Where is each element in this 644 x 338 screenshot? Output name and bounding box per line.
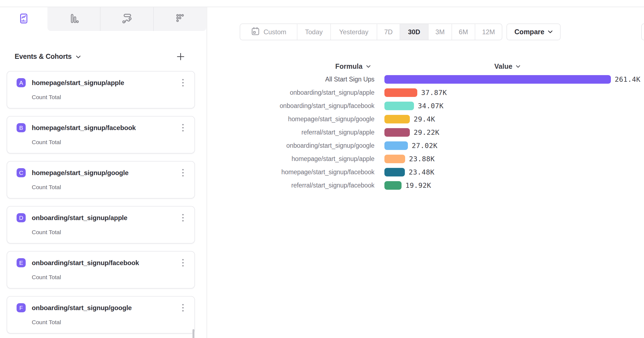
chart-bar-value: 19.92K xyxy=(405,181,431,190)
event-card[interactable]: D onboarding/start_signup/apple Count To… xyxy=(7,206,195,244)
chart-bar[interactable] xyxy=(384,102,414,110)
chart-bar-value: 261.4K xyxy=(615,75,640,84)
chart-row-label[interactable]: All Start Sign Ups xyxy=(210,75,374,84)
event-metric[interactable]: Count Total xyxy=(32,139,61,146)
events-cohorts-title: Events & Cohorts xyxy=(15,52,72,60)
event-name: homepage/start_signup/google xyxy=(32,169,128,177)
date-range-option[interactable]: 6M xyxy=(452,24,475,40)
chart-bar-value: 23.48K xyxy=(409,168,434,176)
chart-bar[interactable] xyxy=(384,128,410,137)
date-range-label: 6M xyxy=(459,28,468,36)
event-metric[interactable]: Count Total xyxy=(32,319,61,326)
event-name: homepage/start_signup/apple xyxy=(32,79,124,87)
calendar-icon xyxy=(251,27,260,38)
compare-button[interactable]: Compare xyxy=(506,23,561,40)
event-card[interactable]: F onboarding/start_signup/google Count T… xyxy=(7,296,195,334)
kebab-menu-icon[interactable] xyxy=(180,123,186,132)
chevron-down-icon xyxy=(76,55,81,60)
chart-row: All Start Sign Ups 261.4K xyxy=(210,75,644,88)
chart-row: onboarding/start_signup/apple 37.87K xyxy=(210,88,644,102)
date-range-option[interactable]: Today xyxy=(297,24,330,40)
chart-bar[interactable] xyxy=(384,155,405,163)
kebab-menu-icon[interactable] xyxy=(180,213,186,222)
event-metric[interactable]: Count Total xyxy=(32,274,61,281)
plus-icon xyxy=(176,52,185,62)
chart-row-label[interactable]: homepage/start_signup/apple xyxy=(210,155,374,163)
chart-bar[interactable] xyxy=(384,75,611,84)
date-range-option[interactable]: 12M xyxy=(475,24,502,40)
event-letter-badge: E xyxy=(17,258,26,267)
tab-line-chart[interactable] xyxy=(0,7,47,31)
date-range-label: Custom xyxy=(263,28,286,36)
sidebar-divider xyxy=(207,7,207,338)
event-letter-badge: D xyxy=(17,213,26,222)
chevron-down-icon xyxy=(516,64,520,69)
chart-bar-value: 34.07K xyxy=(418,102,444,110)
chart-row-label[interactable]: homepage/start_signup/google xyxy=(210,115,374,123)
line-chart-icon xyxy=(18,13,30,25)
bar-chart-icon xyxy=(68,13,80,25)
sidebar-scrollbar[interactable] xyxy=(192,329,194,338)
chevron-down-icon xyxy=(548,30,553,35)
analytics-insights-screen: Events & Cohorts A homepage/start_signup… xyxy=(0,0,644,338)
compare-label: Compare xyxy=(514,28,544,36)
event-metric[interactable]: Count Total xyxy=(32,229,61,236)
kebab-menu-icon[interactable] xyxy=(180,168,186,177)
flows-icon xyxy=(121,13,133,25)
bar-chart: All Start Sign Ups 261.4K onboarding/sta… xyxy=(210,75,644,194)
clipped-edge-button[interactable] xyxy=(641,23,644,40)
tab-bar-chart[interactable] xyxy=(47,7,100,31)
event-letter-badge: C xyxy=(17,168,26,177)
chart-row: homepage/start_signup/google 29.4K xyxy=(210,115,644,128)
date-range-label: Yesterday xyxy=(339,28,368,36)
date-range-option[interactable]: Yesterday xyxy=(330,24,377,40)
date-range-option[interactable]: Custom xyxy=(240,24,297,40)
date-range-label: 12M xyxy=(482,28,495,36)
event-card[interactable]: B homepage/start_signup/facebook Count T… xyxy=(7,116,195,154)
event-card[interactable]: C homepage/start_signup/google Count Tot… xyxy=(7,161,195,199)
tab-retention[interactable] xyxy=(153,7,206,31)
chart-bar[interactable] xyxy=(384,181,402,190)
chevron-down-icon xyxy=(366,64,371,69)
event-letter-badge: A xyxy=(17,78,26,87)
chart-bar-value: 29.4K xyxy=(414,115,435,123)
formula-header-label: Formula xyxy=(335,62,363,70)
date-range-label: 30D xyxy=(408,28,420,36)
chart-row-label[interactable]: onboarding/start_signup/google xyxy=(210,141,374,150)
event-name: homepage/start_signup/facebook xyxy=(32,124,136,132)
chart-row-label[interactable]: onboarding/start_signup/facebook xyxy=(210,102,374,110)
chart-row: referral/start_signup/apple 29.22K xyxy=(210,128,644,141)
chart-bar-value: 27.02K xyxy=(412,142,437,150)
chart-row-label[interactable]: referral/start_signup/apple xyxy=(210,128,374,137)
event-card[interactable]: E onboarding/start_signup/facebook Count… xyxy=(7,251,195,289)
kebab-menu-icon[interactable] xyxy=(180,258,186,267)
event-metric[interactable]: Count Total xyxy=(32,94,61,101)
chart-bar-value: 29.22K xyxy=(414,128,439,137)
add-event-button[interactable] xyxy=(176,52,186,62)
event-letter-badge: F xyxy=(17,303,26,312)
chart-row: onboarding/start_signup/facebook 34.07K xyxy=(210,102,644,115)
value-column-header[interactable]: Value xyxy=(494,62,520,70)
events-cohorts-header[interactable]: Events & Cohorts xyxy=(15,52,81,60)
chart-row-label[interactable]: onboarding/start_signup/apple xyxy=(210,88,374,97)
chart-row: homepage/start_signup/apple 23.88K xyxy=(210,155,644,168)
chart-row-label[interactable]: referral/start_signup/facebook xyxy=(210,181,374,190)
formula-column-header[interactable]: Formula xyxy=(335,62,371,70)
chart-bar[interactable] xyxy=(384,88,417,97)
kebab-menu-icon[interactable] xyxy=(180,303,186,312)
date-range-option[interactable]: 7D xyxy=(377,24,400,40)
event-name: onboarding/start_signup/apple xyxy=(32,214,127,222)
chart-bar[interactable] xyxy=(384,141,408,150)
tab-flows[interactable] xyxy=(100,7,153,31)
chart-bar[interactable] xyxy=(384,168,405,176)
chart-bar[interactable] xyxy=(384,115,410,123)
date-range-option[interactable]: 3M xyxy=(428,24,452,40)
date-range-label: 7D xyxy=(384,28,393,36)
event-card[interactable]: A homepage/start_signup/apple Count Tota… xyxy=(7,71,195,109)
chart-row-label[interactable]: homepage/start_signup/facebook xyxy=(210,168,374,176)
kebab-menu-icon[interactable] xyxy=(180,78,186,87)
date-range-label: 3M xyxy=(436,28,445,36)
event-metric[interactable]: Count Total xyxy=(32,184,61,191)
date-range-option[interactable]: 30D xyxy=(400,24,428,40)
retention-grid-icon xyxy=(174,13,186,25)
